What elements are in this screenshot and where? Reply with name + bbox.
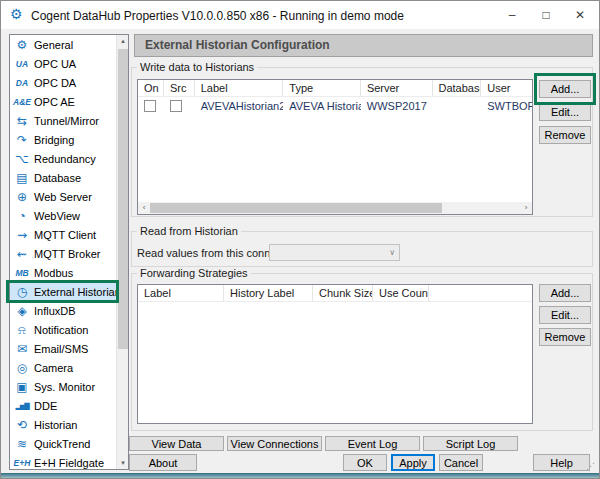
horizontal-scrollbar-thumb[interactable]	[150, 203, 442, 213]
sidebar-item-influxdb[interactable]: ◈InfluxDB	[10, 301, 116, 320]
historian-server-cell: WWSP2017	[361, 100, 433, 112]
forwarding-add-button[interactable]: Add...	[539, 284, 591, 302]
sidebar-item-label: Web Server	[34, 191, 92, 203]
sidebar-item-web-server[interactable]: ⊕Web Server	[10, 187, 116, 206]
sidebar-item-database[interactable]: ▤Database	[10, 168, 116, 187]
sidebar-item-sys-monitor[interactable]: ▣Sys. Monitor	[10, 377, 116, 396]
maximize-button[interactable]: □	[529, 1, 563, 29]
sidebar-scrollbar[interactable]: ▴ ▾	[116, 35, 128, 469]
sidebar-item-notification[interactable]: ⍾Notification	[10, 320, 116, 339]
historian-user-cell: SWTBOFFICE	[481, 100, 532, 112]
sidebar-item-dde[interactable]: ▂▅▇DDE	[10, 396, 116, 415]
column-header-chunk-size[interactable]: Chunk Size	[313, 285, 373, 301]
title-bar: ⚙ Cogent DataHub Properties V10.0.0.850 …	[1, 1, 599, 29]
sidebar-item-label: InfluxDB	[34, 305, 76, 317]
sidebar-item-historian[interactable]: ⟲Historian	[10, 415, 116, 434]
on-cell	[138, 100, 164, 112]
sidebar-item-label: Modbus	[34, 267, 73, 279]
help-button[interactable]: Help	[533, 454, 590, 471]
read-connection-select[interactable]: ∨	[269, 244, 400, 261]
sidebar-item-label: Redundancy	[34, 153, 96, 165]
sidebar-item-label: OPC DA	[34, 77, 76, 89]
sys-monitor-icon: ▣	[10, 380, 34, 394]
historian-type-cell: AVEVA Historian	[283, 100, 361, 112]
sidebar-item-opc-da[interactable]: DAOPC DA	[10, 73, 116, 92]
globe-icon: ⊕	[10, 190, 34, 204]
forwarding-group-title: Forwarding Strategies	[137, 267, 251, 279]
historians-table-header: On Src Label Type Server Database User	[138, 80, 532, 97]
minimize-button[interactable]: –	[495, 1, 529, 29]
write-remove-button[interactable]: Remove	[539, 126, 591, 144]
close-button[interactable]: ✕	[563, 1, 597, 29]
column-header-fwd-label[interactable]: Label	[138, 285, 224, 301]
script-log-button[interactable]: Script Log	[423, 436, 518, 451]
sidebar-item-opc-ae[interactable]: A&EOPC AE	[10, 92, 116, 111]
column-header-use-count[interactable]: Use Count	[373, 285, 429, 301]
mqtt-client-icon: ⇝	[10, 228, 34, 242]
column-header-label[interactable]: Label	[195, 80, 284, 96]
column-header-empty	[429, 285, 532, 301]
view-connections-button[interactable]: View Connections	[227, 436, 322, 451]
sidebar-item-redundancy[interactable]: ⌥Redundancy	[10, 149, 116, 168]
historians-table[interactable]: On Src Label Type Server Database User A…	[137, 79, 533, 215]
column-header-history-label[interactable]: History Label	[224, 285, 313, 301]
column-header-on[interactable]: On	[138, 80, 164, 96]
app-gear-icon: ⚙	[10, 7, 23, 21]
app-window: ⚙ Cogent DataHub Properties V10.0.0.850 …	[0, 0, 600, 479]
scroll-down-icon[interactable]: ▾	[117, 459, 129, 467]
historian-row[interactable]: AVEVAHistorian2017 AVEVA Historian WWSP2…	[138, 97, 532, 115]
sidebar-item-tunnel-mirror[interactable]: ⇆Tunnel/Mirror	[10, 111, 116, 130]
scroll-up-icon[interactable]: ▴	[117, 37, 129, 45]
about-button[interactable]: About	[129, 454, 197, 471]
gauge-icon: ◔	[10, 209, 34, 223]
chevron-down-icon: ∨	[389, 248, 395, 257]
gear-icon: ⚙	[10, 38, 34, 52]
on-checkbox[interactable]	[144, 100, 156, 112]
horizontal-scrollbar[interactable]: ‹ ›	[138, 202, 532, 214]
sidebar-item-label: WebView	[34, 210, 80, 222]
column-header-user[interactable]: User	[481, 80, 532, 96]
cancel-button[interactable]: Cancel	[439, 454, 483, 471]
highlight-box-add-button	[534, 73, 596, 105]
sidebar-item-quicktrend[interactable]: ≋QuickTrend	[10, 434, 116, 453]
sidebar-item-label: Email/SMS	[34, 343, 88, 355]
sidebar-item-opc-ua[interactable]: UAOPC UA	[10, 54, 116, 73]
notification-bell-icon: ⍾	[10, 323, 34, 337]
sidebar-item-label: OPC UA	[34, 58, 76, 70]
sidebar-item-camera[interactable]: ◎Camera	[10, 358, 116, 377]
column-header-src[interactable]: Src	[164, 80, 195, 96]
forwarding-table[interactable]: Label History Label Chunk Size Use Count	[137, 284, 533, 424]
sidebar-item-webview[interactable]: ◔WebView	[10, 206, 116, 225]
camera-icon: ◎	[10, 361, 34, 375]
window-controls: – □ ✕	[495, 1, 597, 29]
resize-grip[interactable]: ⋰	[586, 461, 595, 471]
write-data-group-title: Write data to Historians	[137, 61, 257, 73]
sidebar-item-mqtt-client[interactable]: ⇝MQTT Client	[10, 225, 116, 244]
sidebar-scrollbar-thumb[interactable]	[118, 49, 128, 349]
write-edit-button[interactable]: Edit...	[539, 103, 591, 121]
sidebar-item-email-sms[interactable]: ✉Email/SMS	[10, 339, 116, 358]
ok-button[interactable]: OK	[343, 454, 387, 471]
event-log-button[interactable]: Event Log	[325, 436, 420, 451]
sidebar-item-mqtt-broker[interactable]: ⇜MQTT Broker	[10, 244, 116, 263]
apply-button[interactable]: Apply	[391, 454, 435, 471]
sidebar-item-label: Database	[34, 172, 81, 184]
src-checkbox[interactable]	[170, 100, 182, 112]
sidebar-item-bridging[interactable]: ↷Bridging	[10, 130, 116, 149]
database-icon: ▤	[10, 171, 34, 185]
scroll-left-icon[interactable]: ‹	[138, 202, 150, 214]
sidebar-item-label: MQTT Client	[34, 229, 96, 241]
scroll-right-icon[interactable]: ›	[520, 202, 532, 214]
column-header-database[interactable]: Database	[433, 80, 482, 96]
column-header-type[interactable]: Type	[283, 80, 361, 96]
sidebar-item-label: Tunnel/Mirror	[34, 115, 99, 127]
dde-chart-icon: ▂▅▇	[10, 402, 34, 410]
column-header-server[interactable]: Server	[361, 80, 433, 96]
forwarding-remove-button[interactable]: Remove	[539, 328, 591, 346]
forwarding-edit-button[interactable]: Edit...	[539, 306, 591, 324]
sidebar-item-general[interactable]: ⚙General	[10, 35, 116, 54]
sidebar-item-label: OPC AE	[34, 96, 75, 108]
sidebar-item-eh-fieldgate[interactable]: E+HE+H Fieldgate	[10, 453, 116, 472]
view-data-button[interactable]: View Data	[129, 436, 224, 451]
sidebar-item-label: Historian	[34, 419, 77, 431]
